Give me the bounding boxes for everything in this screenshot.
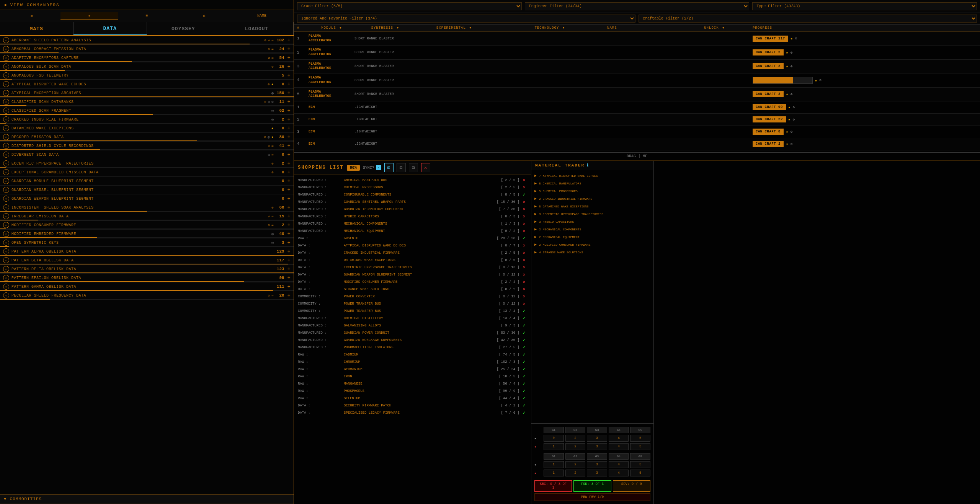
engineer-filter[interactable]: Engineer Filter (34/34) [525,2,750,10]
synth-sbc[interactable]: SBC: 0 / 3 OF 3 [534,480,572,492]
list-item[interactable]: ○PATTERN ALPHA OBELISK DATA129+ [0,247,294,256]
add-item-button[interactable]: + [287,90,291,96]
list-item[interactable]: ○ATYPICAL DISRUPTED WAKE ECHOES⊙★0+ [0,80,294,89]
list-item[interactable]: ○DECODED EMISSION DATA⊙◎★80+ [0,133,294,142]
table-row[interactable]: 3 PLASMAACCELERATOR SHORT RANGE BLASTER … [294,60,980,73]
list-item[interactable]: ○IRREGULAR EMISSION DATA⇌⇌15+ [0,212,294,221]
tab-odyssey[interactable]: ODYSSEY [147,22,220,35]
type-filter[interactable]: Type Filter (43/43) [752,2,977,10]
list-item[interactable]: ▶ 5 CHEMICAL PROCESSORS [531,187,653,195]
add-item-button[interactable]: + [287,213,291,219]
table-row[interactable]: 1 PLASMAACCELERATOR SHORT RANGE BLASTER … [294,32,980,46]
list-item[interactable]: ○PATTERN GAMMA OBELISK DATA111+ [0,282,294,291]
craft-button[interactable]: CAN CRAFT 2 [753,63,784,69]
add-item-button[interactable]: + [287,275,291,281]
settings-icon[interactable]: ⚙ [791,92,792,96]
list-item[interactable]: ○ECCENTRIC HYPERSPACE TRAJECTORIES⊙2+ [0,159,294,168]
add-item-button[interactable]: + [287,143,291,149]
list-item[interactable]: ○ATYPICAL ENCRYPTION ARCHIVES◎150+ [0,89,294,98]
list-item[interactable]: ○GUARDIAN WEAPON BLUEPRINT SEGMENT0+ [0,194,294,203]
list-item[interactable]: ▶ 2 MODIFIED CONSUMER FIRMWARE [531,241,653,248]
synth-fsd[interactable]: FSD: 3 OF 3 [573,480,611,492]
settings-icon[interactable]: ⚙ [791,64,792,69]
add-item-button[interactable]: + [287,231,291,237]
add-item-button[interactable]: + [287,248,291,254]
table-row[interactable]: 2 ECM LIGHTWEIGHT CAN CRAFT 22 ★ ⚙ [294,114,980,126]
craft-button[interactable]: CAN CRAFT 8 [753,129,784,135]
view-commanders[interactable]: ▶ VIEW COMMANDERS [0,0,294,10]
add-item-button[interactable]: + [287,178,291,184]
synth-srv[interactable]: SRV: 9 / 9 [613,480,650,492]
add-item-button[interactable]: + [287,37,291,43]
fav-star-icon[interactable]: ★ [788,105,791,109]
list-item[interactable]: ○ANOMALOUS FSD TELEMETRY5+ [0,71,294,80]
settings-icon[interactable]: ⚙ [820,78,822,82]
add-item-button[interactable]: + [287,257,291,263]
list-item[interactable]: ▶ 7 ATYPICAL DISRUPTED WAKE ECHOES [531,172,653,179]
tab-mats[interactable]: MATS [0,22,74,35]
settings-icon[interactable]: ⚙ [791,130,792,134]
add-item-button[interactable]: + [287,169,291,175]
list-item[interactable]: ○MODIFIED CONSUMER FIRMWARE⊙⇌2+ [0,221,294,230]
add-item-button[interactable]: + [287,222,291,228]
add-item-button[interactable]: + [287,64,291,70]
list-item[interactable]: ○CRACKED INDUSTRIAL FIRMWARE◎2+ [0,115,294,124]
list-item[interactable]: ▶ 3 ECCENTRIC HYPERSPACE TRAJECTORIES [531,210,653,218]
craft-button[interactable]: CAN CRAFT 117 [753,36,788,42]
craft-button[interactable]: CAN CRAFT 2 [753,91,784,97]
list-item[interactable]: ▶ 5 CHEMICAL MANIPULATORS [531,179,653,187]
commodities-header[interactable]: ▼ COMMODITIES [0,494,294,504]
list-item[interactable]: ▶ 3 HYBRID CAPACITORS [531,218,653,225]
list-item[interactable]: ○ABNORMAL COMPACT EMISSION DATA⊙⇌24+ [0,45,294,54]
add-item-button[interactable]: + [287,240,291,246]
list-item[interactable]: ○OPEN SYMMETRIC KEYS◎3+ [0,238,294,247]
mt-info-icon[interactable]: ℹ [587,163,589,168]
fav-star-icon[interactable]: ★ [791,36,793,41]
add-item-button[interactable]: + [287,196,291,202]
drag-line[interactable]: DRAG | ME [294,152,980,160]
list-item[interactable]: ○CLASSIFIED SCAN DATABANKS⊙◎⚙11+ [0,98,294,106]
ignored-filter[interactable]: Ignored And Favorite Filter (3/4) [297,15,635,23]
settings-icon[interactable]: ⚙ [793,117,795,122]
list-item[interactable]: ○PATTERN EPSILON OBELISK DATA99+ [0,274,294,282]
add-item-button[interactable]: + [287,116,291,122]
craftable-filter[interactable]: Craftable Filter (2/2) [639,15,977,23]
list-item[interactable]: ○DIVERGENT SCAN DATA◎⇌0+ [0,150,294,159]
add-item-button[interactable]: + [287,152,291,158]
list-item[interactable]: ▶ 2 CRACKED INDUSTRIAL FIRMWARE [531,195,653,202]
add-item-button[interactable]: + [287,284,291,290]
list-item[interactable]: ○INCONSISTENT SHIELD SOAK ANALYSIS⊙60+ [0,203,294,212]
list-item[interactable]: ○PATTERN BETA OBELISK DATA117+ [0,256,294,265]
list-item[interactable]: ○PATTERN DELTA OBELISK DATA123+ [0,265,294,274]
shop-btn-4[interactable]: ✕ [421,163,430,172]
craft-button[interactable]: CAN CRAFT 22 [753,116,786,122]
table-row[interactable]: 5 PLASMAACCELERATOR SHORT RANGE BLASTER … [294,88,980,101]
list-item[interactable]: ▶ 2 MECHANICAL COMPONENTS [531,225,653,233]
fav-star-icon[interactable]: ★ [786,92,788,96]
add-item-button[interactable]: + [287,99,291,105]
nav-icon-4[interactable]: ⚙ [176,12,233,20]
fav-star-icon[interactable]: ★ [786,50,788,55]
table-row[interactable]: 1 ECM LIGHTWEIGHT CAN CRAFT 99 ★ ⚙ [294,101,980,114]
fav-star-icon[interactable]: ★ [786,142,788,146]
shop-btn-3[interactable]: ⊟ [409,163,418,172]
synth-pewpew[interactable]: PEW PEW 1/0 [534,493,650,501]
list-item[interactable]: ▶ 2 MECHANICAL EQUIPMENT [531,233,653,241]
list-item[interactable]: ○DATAMINED WAKE EXCEPTIONS★0+ [0,124,294,133]
list-item[interactable]: ○ABERRANT SHIELD PATTERN ANALYSIS⊙⇌⇌102+ [0,36,294,45]
add-item-button[interactable]: + [287,72,291,78]
nav-icon-3[interactable]: ≡ [118,12,175,20]
shop-btn-1[interactable]: ⊞ [384,163,394,172]
craft-button[interactable]: CAN CRAFT 99 [753,104,786,110]
list-item[interactable]: ▶ 4 STRANGE WAKE SOLUTIONS [531,248,653,256]
list-item[interactable]: ○GUARDIAN VESSEL BLUEPRINT SEGMENT0+ [0,186,294,194]
add-item-button[interactable]: + [287,81,291,87]
add-item-button[interactable]: + [287,55,291,61]
sync-checkbox[interactable]: ✓ [376,165,381,170]
nav-icon-1[interactable]: ⊕ [3,12,60,20]
table-row[interactable]: 4 PLASMAACCELERATOR SHORT RANGE BLASTER … [294,73,980,87]
list-item[interactable]: ○ADAPTIVE ENCRYPTORS CAPTURE⇌⇌54+ [0,54,294,62]
add-item-button[interactable]: + [287,125,291,131]
shop-btn-2[interactable]: ⊡ [397,163,406,172]
table-row[interactable]: 2 PLASMAACCELERATOR SHORT RANGE BLASTER … [294,46,980,59]
